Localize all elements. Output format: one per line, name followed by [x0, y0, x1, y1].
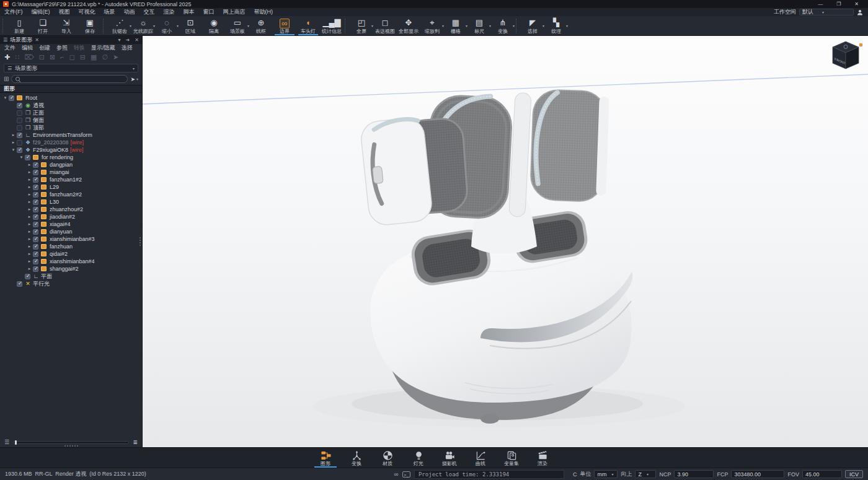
panel-tool-icon[interactable]: ∷ [15, 53, 19, 61]
toolbar-button[interactable]: ▯ 新建 [7, 17, 31, 35]
menu-item[interactable]: 动画 [120, 8, 140, 16]
user-icon[interactable] [857, 9, 863, 15]
menu-item[interactable]: 脚本 [179, 8, 199, 16]
tree-visibility-checkbox[interactable] [33, 214, 38, 220]
tree-visibility-checkbox[interactable] [17, 125, 22, 131]
module-material-button[interactable]: 材质 [373, 448, 402, 468]
toolbar-button[interactable]: ▦ 栅格 [444, 17, 467, 35]
panel-resize-handle-vertical[interactable] [138, 237, 141, 246]
tree-row[interactable]: ▸ ∟ EnvironmentsTransform [0, 131, 142, 139]
toolbar-button[interactable]: ⋔ 变换 [491, 17, 515, 35]
slider-handle[interactable] [15, 440, 17, 445]
workspace-select[interactable]: 默认 ▾ [799, 9, 854, 15]
toolbar-button[interactable]: ⊡ 区域 [179, 17, 202, 35]
module-render-button[interactable]: 渲染 [528, 448, 557, 468]
menu-item[interactable]: 网上商店 [219, 8, 250, 16]
panel-float-icon[interactable]: ➜ [126, 37, 130, 43]
menu-item[interactable]: 可视化 [74, 8, 100, 16]
toolbar-button[interactable] [103, 19, 107, 33]
tree-depth-icon[interactable]: ≣ [133, 439, 138, 445]
filter-icon[interactable]: ⊞ [4, 76, 9, 82]
tree-row[interactable]: ▸ fanzhuan1#2 [0, 176, 142, 183]
toolbar-button[interactable]: ◰ 全屏 [350, 17, 373, 35]
toolbar-button[interactable]: ▤ 标尺 [467, 17, 491, 35]
tree-row[interactable]: ▸ zhuanzhou#2 [0, 206, 142, 213]
close-button[interactable]: ✕ [854, 1, 859, 7]
menu-item[interactable]: 视图 [55, 8, 74, 16]
tree-expander-icon[interactable]: ▸ [27, 229, 32, 234]
tree-expander-icon[interactable]: ▸ [27, 177, 32, 182]
panel-menu-item[interactable]: 创建 [36, 44, 53, 52]
panel-tool-icon[interactable]: ➤ [113, 53, 118, 61]
tree-visibility-checkbox[interactable] [33, 237, 38, 242]
tree-visibility-checkbox[interactable] [33, 185, 38, 190]
panel-tool-icon[interactable]: ⌦ [24, 53, 34, 61]
tree-row[interactable]: ▸ xianshimianban#4 [0, 258, 142, 265]
tree-expander-icon[interactable]: ▾ [2, 95, 8, 100]
tree-expander-icon[interactable]: ▸ [27, 207, 32, 212]
toolbar-button[interactable]: ◉ 隔离 [202, 17, 226, 35]
fov-input[interactable]: 45.00 [802, 470, 842, 478]
link-icon[interactable]: ∞ [394, 471, 399, 478]
tree-row[interactable]: ▸ qidai#2 [0, 250, 142, 258]
panel-menu-item[interactable]: 参照 [53, 44, 71, 52]
tree-visibility-checkbox[interactable] [33, 207, 38, 212]
menu-item[interactable]: 交互 [140, 8, 159, 16]
panel-menu-item[interactable]: 文件 [1, 44, 19, 52]
tree-row[interactable]: ✕ 平行光 [0, 280, 142, 287]
tree-expander-icon[interactable]: ▸ [11, 140, 16, 145]
panel-tool-icon[interactable]: ▦ [91, 53, 97, 61]
menu-item[interactable]: 帮助(H) [250, 8, 278, 16]
toolbar-button[interactable]: ▭ 场景板 [226, 17, 249, 35]
tree-visibility-checkbox[interactable] [33, 170, 38, 175]
tree-visibility-checkbox[interactable] [17, 281, 22, 287]
tree-visibility-checkbox[interactable] [33, 222, 38, 227]
toolbar-button[interactable]: ▁▄▇ 统计信息 [320, 17, 343, 35]
display-options-icon[interactable]: ☰ [4, 439, 9, 445]
tree-row[interactable]: ◉ 透视 [0, 102, 142, 109]
view-cube[interactable]: FRONT LEFT [829, 39, 864, 75]
panel-menu-item[interactable]: 显示/隐藏 [88, 44, 118, 52]
tree-expander-icon[interactable]: ▸ [27, 170, 32, 175]
toolbar-button[interactable]: ◌ 缩小 [155, 17, 179, 35]
toolbar-button[interactable]: ▚ 纹理 [544, 17, 568, 35]
tree-expander-icon[interactable]: ▾ [11, 147, 16, 152]
tab-close-icon[interactable]: ✕ [35, 37, 39, 43]
panel-tool-icon[interactable]: ⊡ [39, 53, 45, 61]
tree-row[interactable]: ▾ ❖ F29xiugaiOK8 [wire] [0, 146, 142, 154]
panel-menu-item[interactable]: 编辑 [19, 44, 36, 52]
panel-tool-icon[interactable]: ✚ [4, 53, 10, 61]
panel-resize-handle-horizontal[interactable] [64, 444, 78, 447]
tree-visibility-checkbox[interactable] [33, 192, 38, 198]
toolbar-button[interactable]: ⇲ 导入 [55, 17, 78, 35]
tree-visibility-checkbox[interactable] [17, 103, 22, 108]
menu-item[interactable]: 编辑(E) [27, 8, 55, 16]
tree-visibility-checkbox[interactable] [17, 110, 22, 116]
tree-expander-icon[interactable]: ▸ [27, 266, 32, 271]
module-scenegraph-button[interactable]: 图形 [311, 448, 340, 468]
tree-expander-icon[interactable]: ▸ [27, 222, 32, 227]
panel-tool-icon[interactable]: ∅ [102, 53, 108, 61]
search-input[interactable] [24, 76, 123, 82]
tree-visibility-checkbox[interactable] [17, 140, 22, 146]
tree-expander-icon[interactable]: ▸ [27, 199, 32, 204]
toolbar-button[interactable] [2, 19, 6, 33]
toolbar-button[interactable]: ⌖ 缩放到 [420, 17, 444, 35]
console-output[interactable]: Project load time: 2.333194 [414, 470, 564, 479]
maximize-button[interactable]: ❐ [836, 1, 841, 7]
tree-row[interactable]: ▸ L30 [0, 198, 142, 206]
tree-expander-icon[interactable]: ▸ [27, 214, 32, 219]
toolbar-button[interactable] [345, 19, 348, 33]
module-curve-button[interactable]: 曲线 [466, 448, 495, 468]
toolbar-button[interactable]: ⋰ 抗锯齿 [108, 17, 131, 35]
tree-visibility-checkbox[interactable] [17, 147, 22, 153]
panel-dropdown-icon[interactable]: ▾ [118, 37, 121, 43]
toolbar-button[interactable] [516, 19, 520, 33]
tree-row[interactable]: ▸ dianyuan [0, 228, 142, 235]
panel-menu-item[interactable]: 转换 [71, 44, 88, 52]
tree-expander-icon[interactable]: ▸ [11, 133, 16, 137]
toolbar-button[interactable]: ❏ 打开 [31, 17, 55, 35]
ncp-input[interactable]: 3.90 [674, 470, 714, 478]
tree-row[interactable]: ❒ 正面 [0, 109, 142, 116]
panel-close-icon[interactable]: ✕ [135, 37, 139, 43]
